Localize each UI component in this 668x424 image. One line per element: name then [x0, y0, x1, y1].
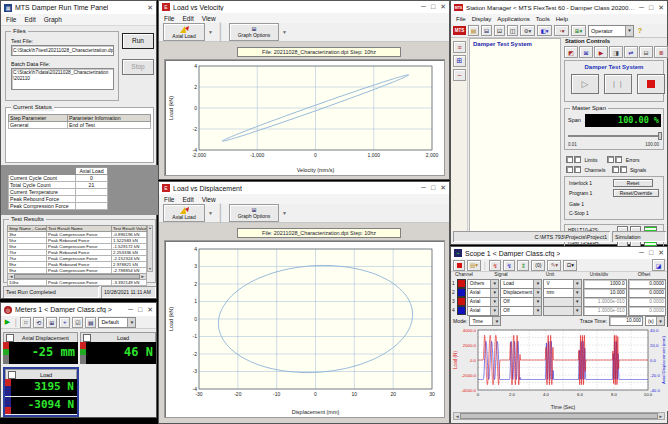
- station-setup-icon[interactable]: ≡: [453, 41, 466, 53]
- program-icon[interactable]: ▶: [594, 46, 608, 58]
- axial-load-button[interactable]: Axial Load: [163, 204, 205, 222]
- scope-horizontal-scrollbar[interactable]: ◄►: [453, 412, 665, 420]
- stop-trace-icon[interactable]: [453, 260, 465, 271]
- scroll-right-icon[interactable]: ►: [141, 274, 145, 279]
- batch-file-field[interactable]: C:\Stack\h7\data\20211028_Characterizati…: [11, 68, 114, 90]
- menu-edit[interactable]: Edit: [24, 16, 35, 23]
- close-icon[interactable]: ✕: [440, 3, 446, 11]
- signal-led[interactable]: [620, 166, 627, 173]
- vertical-scrollbar[interactable]: ▲▼: [147, 225, 153, 272]
- trace-setup-icon[interactable]: ▤▾: [467, 260, 481, 271]
- slider-thumb[interactable]: [658, 132, 662, 140]
- meters-tool-icon[interactable]: ⊞: [453, 55, 466, 67]
- signal-combo[interactable]: Off▼: [500, 306, 542, 316]
- menu-file[interactable]: File: [164, 15, 174, 22]
- limit-led[interactable]: [574, 156, 581, 163]
- units-div-field[interactable]: 1.0000e-010: [583, 306, 627, 316]
- pause-button[interactable]: ❘❘: [604, 74, 632, 94]
- trace-color-swatch[interactable]: [457, 306, 466, 315]
- select-icon[interactable]: ☑: [72, 317, 83, 328]
- scroll-thumb[interactable]: [460, 413, 657, 419]
- maximize-icon[interactable]: □: [649, 249, 653, 257]
- preview-icon[interactable]: ◫: [507, 25, 518, 36]
- help-icon[interactable]: ?: [636, 26, 644, 35]
- reset-override-button[interactable]: Reset/Override: [613, 189, 659, 197]
- col-header[interactable]: Step Name - Counter: [8, 226, 47, 232]
- minimize-icon[interactable]: ─: [421, 3, 426, 11]
- cursors-icon[interactable]: (0): [531, 260, 545, 271]
- channel-combo[interactable]: Axial▼: [467, 306, 500, 316]
- print-icon[interactable]: ⊡: [494, 25, 505, 36]
- meter-load-peaks-selected[interactable]: Load 3195 N -3094 N: [3, 367, 79, 417]
- menu-file[interactable]: File: [164, 196, 174, 203]
- error-led[interactable]: [607, 156, 614, 163]
- add-meter-icon[interactable]: +: [59, 317, 70, 328]
- menu-tools[interactable]: Tools: [536, 16, 550, 22]
- menu-edit[interactable]: Edit: [182, 15, 193, 22]
- panel-icon[interactable]: ▤: [85, 317, 96, 328]
- menu-applications[interactable]: Applications: [497, 16, 529, 22]
- table-row[interactable]: 10hzPeak Compression Force-3.392149 kN: [8, 280, 147, 286]
- station-titlebar[interactable]: MTS Station Manager < MTS FlexTest 60 - …: [451, 1, 667, 15]
- scroll-left-icon[interactable]: ◄: [9, 274, 13, 279]
- trace-color-swatch[interactable]: [457, 288, 466, 297]
- trace2-icon[interactable]: ↯: [503, 260, 515, 271]
- dropdown-arrow-icon[interactable]: ▼: [282, 210, 287, 216]
- col-header[interactable]: Parameter Information: [68, 115, 151, 122]
- error-led[interactable]: [615, 156, 622, 163]
- limit-led[interactable]: [566, 156, 573, 163]
- menu-graph[interactable]: Graph: [44, 16, 62, 23]
- menu-file[interactable]: File: [6, 16, 16, 23]
- graph-options-button[interactable]: ⊞ Graph Options: [229, 204, 279, 222]
- meter-set-combo[interactable]: Default▼: [98, 317, 136, 328]
- channel-led[interactable]: [574, 166, 581, 173]
- unit-combo[interactable]: ▼: [543, 306, 581, 316]
- menu-file[interactable]: File: [456, 16, 466, 22]
- menu-help[interactable]: Help: [556, 16, 568, 22]
- settings-icon[interactable]: ≣: [654, 46, 668, 58]
- hold-icon[interactable]: □: [20, 317, 31, 328]
- close-icon[interactable]: ✕: [147, 306, 153, 314]
- reset-icon[interactable]: ⟲: [33, 317, 44, 328]
- span-slider[interactable]: [568, 132, 662, 140]
- access-level-combo[interactable]: Operator▼: [588, 25, 634, 37]
- minimize-icon[interactable]: ─: [639, 249, 644, 257]
- app-split-icon[interactable]: ⊞▾: [571, 25, 586, 36]
- play-button[interactable]: ▷: [571, 74, 599, 94]
- hydraulics-icon[interactable]: ◩: [564, 46, 578, 58]
- meters-titlebar[interactable]: ◎ Meters 1 < Damper Class.cfg > ─□✕: [1, 303, 156, 317]
- interlock-icon[interactable]: ⊠: [579, 46, 593, 58]
- scope-tool-icon[interactable]: ~: [453, 69, 466, 81]
- scroll-thumb[interactable]: [14, 274, 139, 280]
- reset-button[interactable]: Reset: [613, 179, 653, 187]
- test-file-field[interactable]: C:\Stack\h7\test\20211028_Characterizati…: [11, 45, 114, 56]
- trace1-icon[interactable]: ↯: [489, 260, 501, 271]
- maximize-icon[interactable]: □: [649, 4, 653, 12]
- menu-edit[interactable]: Edit: [182, 196, 193, 203]
- dropdown-arrow-icon[interactable]: ▼: [208, 210, 213, 216]
- trace-time-field[interactable]: 10.000: [609, 316, 643, 326]
- plot-mode-combo[interactable]: Time▼: [469, 316, 501, 326]
- pen-icon[interactable]: ✎▾: [547, 260, 561, 271]
- maximize-icon[interactable]: □: [431, 3, 435, 11]
- trace-color-swatch[interactable]: [457, 297, 466, 306]
- menu-view[interactable]: View: [202, 196, 216, 203]
- col-header[interactable]: Test Result Value: [112, 226, 147, 232]
- signal-led[interactable]: [612, 166, 619, 173]
- manual-cmd-icon[interactable]: ◨: [609, 46, 623, 58]
- span-icon[interactable]: ⇄: [624, 46, 638, 58]
- autoscale-icon[interactable]: ⇕: [517, 260, 529, 271]
- scroll-right-icon[interactable]: ►: [659, 414, 663, 419]
- trace-time-unit-combo[interactable]: (s)▼: [645, 316, 665, 326]
- stop-button[interactable]: [637, 74, 665, 94]
- horizontal-scrollbar[interactable]: ◄►: [7, 273, 147, 280]
- meter-checkbox[interactable]: [6, 334, 14, 342]
- meter-checkbox[interactable]: [8, 371, 16, 379]
- meter-checkbox[interactable]: [83, 334, 91, 342]
- layout-icon[interactable]: ⊞: [46, 317, 57, 328]
- close-icon[interactable]: ✕: [440, 184, 446, 192]
- display-split-icon[interactable]: ◧▾: [537, 25, 552, 36]
- run-button[interactable]: Run: [122, 33, 154, 49]
- table-row[interactable]: GeneralEnd of Test: [9, 122, 151, 129]
- close-icon[interactable]: ✕: [658, 249, 664, 257]
